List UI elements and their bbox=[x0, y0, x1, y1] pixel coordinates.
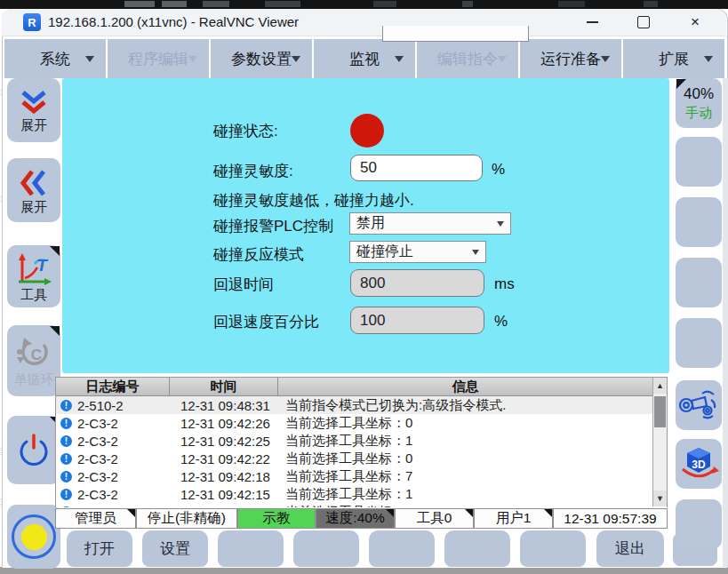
log-row[interactable]: 2-C3-2 12-31 09:42:12 当前选择工具坐标：0 bbox=[56, 503, 667, 507]
log-scrollbar[interactable] bbox=[652, 378, 667, 506]
log-row[interactable]: 2-C3-2 12-31 09:42:15 当前选择工具坐标：1 bbox=[56, 485, 667, 503]
backoff-speed-unit: % bbox=[494, 313, 508, 331]
reaction-select[interactable]: 碰撞停止 bbox=[349, 241, 486, 263]
jog-pendant-button[interactable] bbox=[676, 380, 722, 430]
info-icon bbox=[60, 400, 72, 411]
menu-label: 程序编辑 bbox=[128, 49, 188, 69]
window-title: 192.168.1.200 (x11vnc) - RealVNC Viewer bbox=[48, 14, 299, 29]
collision-status-indicator bbox=[350, 114, 384, 147]
maximize-button[interactable] bbox=[626, 11, 661, 34]
3d-cube-icon: 3D bbox=[678, 445, 719, 482]
log-id: 2-C3-2 bbox=[77, 434, 118, 449]
menu-system[interactable]: 系统 bbox=[4, 39, 106, 78]
tool-label: 工具 bbox=[20, 288, 47, 301]
view-3d-button[interactable]: 3D bbox=[676, 439, 722, 489]
log-row[interactable]: 2-510-2 12-31 09:48:31 当前指令模式已切换为:高级指令模式… bbox=[56, 396, 667, 414]
expand-left-button[interactable]: 展开 bbox=[7, 158, 60, 222]
right-key-8[interactable] bbox=[676, 499, 722, 549]
info-icon bbox=[60, 506, 72, 508]
reaction-value: 碰撞停止 bbox=[356, 243, 413, 261]
pendant-hand-icon bbox=[677, 387, 720, 423]
log-id: 2-C3-2 bbox=[77, 505, 118, 508]
chevron-down-icon bbox=[472, 250, 479, 255]
status-user-role[interactable]: 管理员 bbox=[55, 508, 136, 529]
expand-label: 展开 bbox=[20, 118, 47, 132]
menu-label: 监视 bbox=[349, 49, 380, 69]
status-speed[interactable]: 速度:40% bbox=[316, 508, 395, 529]
log-rows: 2-510-2 12-31 09:48:31 当前指令模式已切换为:高级指令模式… bbox=[56, 396, 667, 507]
log-row[interactable]: 2-C3-2 12-31 09:42:18 当前选择工具坐标：7 bbox=[56, 467, 667, 485]
scroll-thumb[interactable] bbox=[654, 396, 666, 427]
log-header-info: 信息 bbox=[278, 378, 652, 395]
collision-status-label: 碰撞状态: bbox=[213, 121, 278, 141]
manual-mode-label: 手动 bbox=[685, 105, 712, 122]
right-key-4[interactable] bbox=[676, 258, 722, 307]
minimize-button[interactable] bbox=[574, 11, 610, 34]
bottom-key-6[interactable] bbox=[444, 530, 510, 567]
scroll-up-icon[interactable] bbox=[653, 378, 667, 394]
speed-mode-button[interactable]: 40% 手动 bbox=[676, 78, 722, 128]
log-time: 12-31 09:42:25 bbox=[170, 434, 278, 449]
right-key-2[interactable] bbox=[676, 137, 722, 187]
status-mode[interactable]: 示教 bbox=[237, 508, 316, 529]
log-message: 当前选择工具坐标：0 bbox=[278, 450, 412, 467]
log-id: 2-510-2 bbox=[77, 398, 124, 413]
plc-select[interactable]: 禁用 bbox=[349, 212, 511, 235]
right-key-5[interactable] bbox=[676, 318, 722, 368]
scroll-down-icon[interactable] bbox=[653, 490, 667, 506]
menu-program-edit: 程序编辑 bbox=[108, 39, 209, 78]
maximize-icon bbox=[637, 16, 650, 28]
log-message: 当前指令模式已切换为:高级指令模式. bbox=[278, 397, 506, 414]
status-user-frame[interactable]: 用户1 bbox=[474, 508, 553, 529]
expand-down-button[interactable]: 展开 bbox=[7, 78, 60, 142]
menu-extension[interactable]: 扩展 bbox=[623, 39, 724, 78]
status-run-state[interactable]: 停止(非精确) bbox=[136, 508, 237, 529]
log-time: 12-31 09:42:15 bbox=[170, 487, 278, 502]
settings-button[interactable]: 设置 bbox=[142, 530, 208, 567]
open-button[interactable]: 打开 bbox=[67, 530, 132, 567]
bottom-key-4[interactable] bbox=[293, 530, 359, 567]
sensitivity-hint: 碰撞灵敏度越低，碰撞力越小. bbox=[213, 190, 414, 211]
plc-value: 禁用 bbox=[356, 214, 385, 233]
close-icon: × bbox=[691, 13, 700, 31]
svg-text:C: C bbox=[31, 347, 42, 363]
right-key-3[interactable] bbox=[676, 197, 722, 247]
chevron-down-icon bbox=[704, 56, 713, 62]
tool-coordinate-button[interactable]: T 工具 bbox=[7, 245, 60, 307]
log-table: 日志编号 时间 信息 2-510-2 12-31 09:48:31 当前指令模式… bbox=[55, 377, 668, 507]
backoff-speed-label: 回退速度百分比 bbox=[213, 312, 319, 332]
sensitivity-input[interactable]: 50 bbox=[350, 155, 483, 181]
menu-parameter-settings[interactable]: 参数设置 bbox=[211, 39, 312, 78]
backoff-time-input[interactable]: 800 bbox=[350, 269, 484, 297]
bottom-key-3[interactable] bbox=[218, 530, 284, 567]
info-icon bbox=[60, 435, 72, 447]
menu-run-prepare[interactable]: 运行准备 bbox=[520, 39, 621, 78]
status-tool[interactable]: 工具0 bbox=[395, 508, 474, 529]
double-chevron-left-icon bbox=[20, 168, 48, 198]
bottom-key-7[interactable] bbox=[520, 530, 586, 567]
log-row[interactable]: 2-C3-2 12-31 09:42:25 当前选择工具坐标：1 bbox=[56, 432, 667, 450]
chevron-down-icon bbox=[601, 56, 610, 62]
status-lamp-button[interactable] bbox=[7, 505, 60, 569]
close-button[interactable]: × bbox=[677, 11, 713, 34]
bottom-key-5[interactable] bbox=[369, 530, 435, 567]
info-icon bbox=[60, 453, 72, 465]
log-message: 当前选择工具坐标：1 bbox=[278, 486, 412, 503]
power-button[interactable] bbox=[7, 416, 60, 484]
log-row[interactable]: 2-C3-2 12-31 09:42:26 当前选择工具坐标：0 bbox=[56, 414, 667, 432]
menu-label: 参数设置 bbox=[231, 49, 292, 69]
speed-percent: 40% bbox=[684, 85, 714, 103]
chevron-down-icon bbox=[498, 56, 507, 62]
backoff-speed-input[interactable]: 100 bbox=[350, 307, 484, 334]
exit-button[interactable]: 退出 bbox=[596, 530, 664, 567]
menu-label: 系统 bbox=[40, 49, 70, 69]
single-cycle-label: 单循环 bbox=[14, 372, 54, 386]
chevron-down-icon bbox=[188, 56, 197, 62]
log-message: 当前选择工具坐标：0 bbox=[278, 415, 412, 432]
background-taskbar bbox=[0, 0, 728, 9]
background-window-fragment bbox=[382, 26, 529, 42]
log-time: 12-31 09:42:26 bbox=[170, 416, 278, 431]
menu-monitor[interactable]: 监视 bbox=[314, 39, 415, 78]
log-time: 12-31 09:42:22 bbox=[170, 451, 278, 466]
log-row[interactable]: 2-C3-2 12-31 09:42:22 当前选择工具坐标：0 bbox=[56, 450, 667, 467]
